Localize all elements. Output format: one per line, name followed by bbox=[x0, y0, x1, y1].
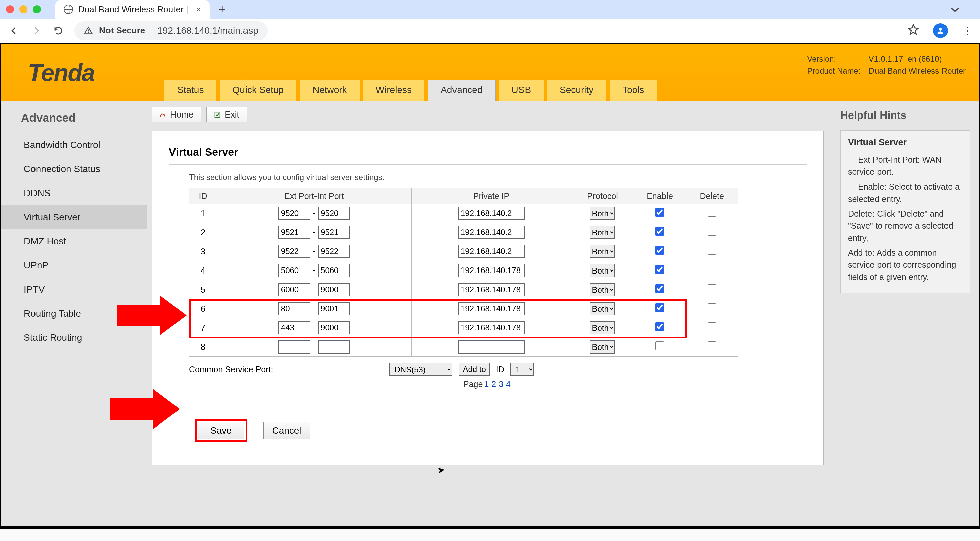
home-button[interactable]: Home bbox=[152, 107, 201, 122]
private-ip-input[interactable] bbox=[458, 264, 525, 277]
enable-checkbox[interactable] bbox=[655, 265, 664, 274]
help-text: Ext Port-Int Port: WAN service port. bbox=[848, 154, 963, 178]
top-nav-tab-wireless[interactable]: Wireless bbox=[363, 80, 424, 101]
sidebar-item-virtual-server[interactable]: Virtual Server bbox=[1, 205, 147, 229]
pager-link[interactable]: 1 bbox=[484, 379, 488, 389]
bookmark-star-icon[interactable] bbox=[908, 24, 919, 38]
ext-port-input[interactable] bbox=[278, 321, 310, 335]
pager-link[interactable]: 2 bbox=[492, 379, 496, 389]
int-port-input[interactable] bbox=[318, 264, 350, 277]
sidebar-item-dmz-host[interactable]: DMZ Host bbox=[1, 229, 147, 254]
delete-checkbox[interactable] bbox=[708, 265, 716, 274]
toolbar: Home Exit bbox=[152, 107, 824, 122]
enable-checkbox[interactable] bbox=[655, 284, 664, 293]
private-ip-input[interactable] bbox=[458, 245, 525, 258]
pager-link[interactable]: 3 bbox=[499, 379, 503, 389]
common-service-port-label: Common Service Port: bbox=[189, 365, 273, 374]
ext-port-input[interactable] bbox=[278, 226, 310, 239]
int-port-input[interactable] bbox=[318, 245, 350, 258]
ext-port-input[interactable] bbox=[278, 206, 310, 220]
delete-checkbox[interactable] bbox=[708, 246, 716, 255]
sidebar-item-connection-status[interactable]: Connection Status bbox=[1, 157, 147, 181]
protocol-select[interactable]: BothTCPUDP bbox=[590, 206, 615, 220]
close-tab-icon[interactable]: × bbox=[196, 4, 201, 15]
maximize-window-icon[interactable] bbox=[33, 5, 41, 13]
ext-port-input[interactable] bbox=[278, 340, 310, 354]
private-ip-input[interactable] bbox=[458, 340, 525, 354]
ext-port-input[interactable] bbox=[278, 245, 310, 258]
close-window-icon[interactable] bbox=[6, 5, 14, 13]
protocol-select[interactable]: BothTCPUDP bbox=[590, 283, 615, 296]
enable-checkbox[interactable] bbox=[655, 208, 664, 217]
protocol-select[interactable]: BothTCPUDP bbox=[590, 302, 615, 315]
table-row: 5 - BothTCPUDP bbox=[189, 280, 738, 299]
svg-point-2 bbox=[939, 28, 942, 31]
private-ip-input[interactable] bbox=[458, 321, 525, 335]
delete-checkbox[interactable] bbox=[708, 303, 716, 312]
back-button[interactable] bbox=[8, 26, 20, 35]
enable-checkbox[interactable] bbox=[655, 227, 664, 236]
product-name-label: Product Name: bbox=[807, 66, 864, 76]
column-header: Protocol bbox=[571, 189, 634, 204]
protocol-select[interactable]: BothTCPUDP bbox=[590, 264, 615, 277]
int-port-input[interactable] bbox=[318, 206, 350, 220]
exit-button[interactable]: Exit bbox=[206, 107, 247, 122]
top-nav-tab-advanced[interactable]: Advanced bbox=[428, 80, 496, 102]
int-port-input[interactable] bbox=[318, 302, 350, 315]
delete-checkbox[interactable] bbox=[708, 322, 716, 331]
id-select[interactable]: 1 bbox=[511, 363, 534, 376]
delete-checkbox[interactable] bbox=[708, 284, 716, 293]
ext-port-input[interactable] bbox=[278, 264, 310, 277]
protocol-select[interactable]: BothTCPUDP bbox=[590, 245, 615, 258]
minimize-window-icon[interactable] bbox=[19, 5, 27, 13]
int-port-input[interactable] bbox=[318, 226, 350, 239]
ext-port-input[interactable] bbox=[278, 302, 310, 315]
top-nav-tab-usb[interactable]: USB bbox=[499, 80, 544, 101]
sidebar-item-bandwidth-control[interactable]: Bandwidth Control bbox=[1, 133, 147, 157]
tab-title: Dual Band Wireless Router | bbox=[78, 4, 188, 15]
top-nav-tab-network[interactable]: Network bbox=[300, 80, 360, 101]
save-button[interactable]: Save bbox=[197, 422, 245, 439]
forward-button[interactable] bbox=[30, 26, 42, 35]
table-row: 8 - BothTCPUDP bbox=[189, 338, 738, 357]
cancel-button[interactable]: Cancel bbox=[263, 422, 310, 439]
common-service-port-select[interactable]: DNS(53) bbox=[389, 363, 452, 376]
browser-menu-icon[interactable]: ⋮ bbox=[962, 24, 972, 37]
home-icon bbox=[159, 111, 166, 118]
enable-checkbox[interactable] bbox=[655, 303, 664, 312]
delete-checkbox[interactable] bbox=[708, 341, 716, 350]
reload-button[interactable] bbox=[52, 26, 64, 36]
private-ip-input[interactable] bbox=[458, 283, 525, 296]
private-ip-input[interactable] bbox=[458, 206, 525, 220]
pager-link[interactable]: 4 bbox=[506, 379, 511, 389]
column-header: ID bbox=[189, 189, 217, 204]
top-nav-tab-quick-setup[interactable]: Quick Setup bbox=[220, 80, 296, 101]
enable-checkbox[interactable] bbox=[655, 246, 664, 255]
add-to-button[interactable]: Add to bbox=[458, 363, 490, 376]
top-nav-tab-tools[interactable]: Tools bbox=[609, 80, 657, 101]
protocol-select[interactable]: BothTCPUDP bbox=[590, 340, 615, 354]
int-port-input[interactable] bbox=[318, 283, 350, 296]
private-ip-input[interactable] bbox=[458, 302, 525, 315]
protocol-select[interactable]: BothTCPUDP bbox=[590, 226, 615, 239]
sidebar-item-upnp[interactable]: UPnP bbox=[1, 254, 147, 278]
home-button-label: Home bbox=[170, 109, 193, 120]
int-port-input[interactable] bbox=[318, 340, 350, 354]
delete-checkbox[interactable] bbox=[708, 227, 716, 236]
browser-tab[interactable]: Dual Band Wireless Router | × bbox=[55, 0, 210, 19]
sidebar-item-ddns[interactable]: DDNS bbox=[1, 181, 147, 205]
protocol-select[interactable]: BothTCPUDP bbox=[590, 321, 615, 335]
top-nav-tab-security[interactable]: Security bbox=[547, 80, 606, 101]
exit-icon bbox=[214, 111, 221, 118]
ext-port-input[interactable] bbox=[278, 283, 310, 296]
top-nav-tab-status[interactable]: Status bbox=[164, 80, 216, 101]
new-tab-button[interactable]: + bbox=[219, 2, 226, 16]
profile-avatar-icon[interactable] bbox=[933, 24, 948, 38]
delete-checkbox[interactable] bbox=[708, 208, 716, 217]
enable-checkbox[interactable] bbox=[655, 341, 664, 350]
address-field[interactable]: Not Secure 192.168.140.1/main.asp bbox=[74, 21, 267, 40]
int-port-input[interactable] bbox=[318, 321, 350, 335]
enable-checkbox[interactable] bbox=[655, 322, 664, 331]
private-ip-input[interactable] bbox=[458, 226, 525, 239]
tabs-dropdown-icon[interactable] bbox=[950, 6, 960, 13]
